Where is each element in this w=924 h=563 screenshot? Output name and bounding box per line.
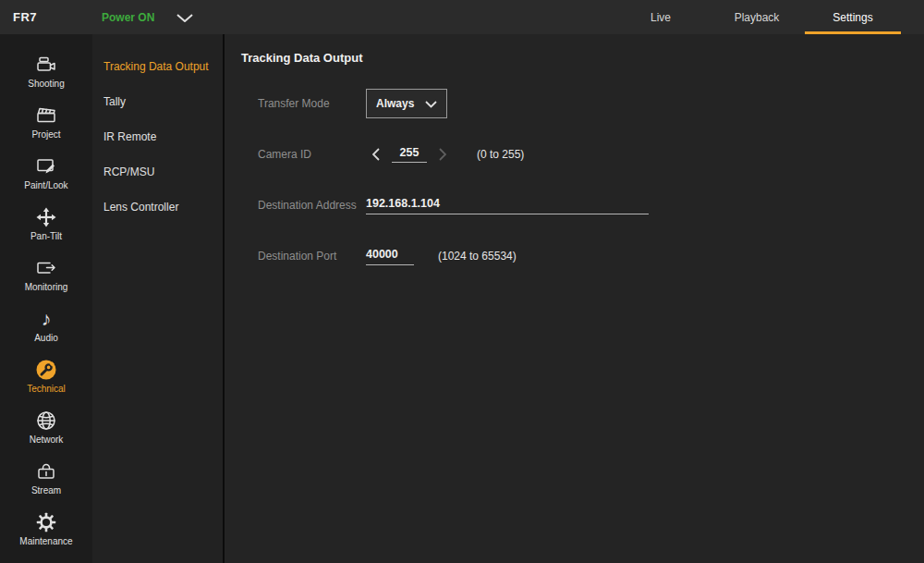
sidebar-item-label: Pan-Tilt [30, 231, 62, 241]
stream-case-icon [35, 459, 57, 483]
page-title: Tracking Data Output [241, 51, 924, 65]
transfer-mode-label: Transfer Mode [258, 97, 366, 110]
camera-id-label: Camera ID [258, 148, 366, 161]
subnav-item-tracking-data-output[interactable]: Tracking Data Output [92, 49, 223, 84]
destination-port-label: Destination Port [258, 250, 366, 263]
sidebar-item-label: Monitoring [25, 282, 68, 292]
destination-address-label: Destination Address [258, 199, 366, 212]
camera-id-decrement-icon[interactable] [366, 144, 386, 165]
destination-port-row: Destination Port 40000 (1024 to 65534) [258, 241, 924, 271]
destination-address-row: Destination Address 192.168.1.104 [258, 190, 924, 220]
subnav-item-rcp-msu[interactable]: RCP/MSU [92, 154, 223, 190]
sidebar-item-label: Paint/Look [24, 180, 67, 190]
sidebar-item-pan-tilt[interactable]: Pan-Tilt [0, 198, 92, 249]
sidebar-item-monitoring[interactable]: Monitoring [0, 249, 92, 300]
subnav-item-tally[interactable]: Tally [92, 84, 223, 119]
transfer-mode-value: Always [376, 97, 414, 110]
destination-port-range-hint: (1024 to 65534) [438, 250, 517, 263]
camcorder-icon [35, 53, 57, 77]
sidebar-item-network[interactable]: Network [0, 401, 92, 452]
sidebar-item-shooting[interactable]: Shooting [0, 45, 92, 96]
transfer-mode-select[interactable]: Always [366, 89, 447, 118]
clapperboard-icon [35, 104, 57, 128]
destination-port-input[interactable]: 40000 [366, 248, 414, 265]
body-row: Shooting Project [0, 34, 924, 563]
camera-id-row: Camera ID 255 (0 to 255) [258, 140, 924, 169]
globe-icon [35, 409, 57, 433]
sidebar-item-label: Project [31, 129, 60, 140]
sidebar-item-stream[interactable]: Stream [0, 452, 92, 503]
main-content: Tracking Data Output Transfer Mode Alway… [223, 34, 924, 563]
pan-tilt-arrows-icon [35, 205, 57, 229]
tracking-data-output-form: Transfer Mode Always Camera ID [241, 89, 924, 271]
camera-id-value[interactable]: 255 [392, 146, 427, 163]
topbar: FR7 Power ON Live Playback Settings [0, 0, 924, 34]
sidebar-item-label: Shooting [28, 79, 64, 89]
wrench-circle-icon [35, 358, 57, 382]
app-window: FR7 Power ON Live Playback Settings [0, 0, 924, 563]
tab-playback[interactable]: Playback [709, 0, 805, 34]
sidebar-item-label: Stream [31, 485, 61, 496]
transfer-mode-row: Transfer Mode Always [258, 89, 924, 118]
sidebar-item-label: Audio [34, 333, 58, 343]
destination-address-input[interactable]: 192.168.1.104 [366, 197, 649, 214]
camera-id-increment-icon[interactable] [432, 144, 453, 165]
tab-live[interactable]: Live [613, 0, 709, 34]
power-status-label: Power ON [102, 11, 154, 24]
camera-id-range-hint: (0 to 255) [477, 148, 524, 161]
power-dropdown[interactable]: Power ON [102, 0, 193, 34]
device-name: FR7 [0, 0, 102, 34]
sidebar-item-technical[interactable]: Technical [0, 350, 92, 401]
music-note-icon: ♪ [42, 307, 52, 331]
sidebar-item-maintenance[interactable]: Maintenance [0, 503, 92, 554]
sidebar-item-paint-look[interactable]: Paint/Look [0, 147, 92, 198]
topbar-spacer [193, 0, 613, 34]
sidebar-item-project[interactable]: Project [0, 96, 92, 147]
chevron-down-icon [425, 95, 437, 112]
monitor-output-icon [35, 256, 57, 280]
chevron-down-icon [176, 9, 193, 26]
tab-settings[interactable]: Settings [805, 0, 901, 34]
topbar-tabs: Live Playback Settings [613, 0, 901, 34]
sidebar-item-label: Network [30, 434, 64, 445]
sidebar: Shooting Project [0, 34, 92, 563]
subnav-item-ir-remote[interactable]: IR Remote [92, 119, 223, 154]
camera-id-stepper: 255 [366, 144, 453, 165]
sidebar-item-label: Technical [27, 384, 66, 394]
paint-frame-icon [35, 154, 57, 178]
sidebar-item-label: Maintenance [19, 536, 72, 546]
subnav-item-lens-controller[interactable]: Lens Controller [92, 190, 223, 225]
sidebar-item-audio[interactable]: ♪ Audio [0, 300, 92, 350]
gear-icon [35, 510, 57, 534]
settings-subnav: Tracking Data Output Tally IR Remote RCP… [92, 34, 223, 563]
